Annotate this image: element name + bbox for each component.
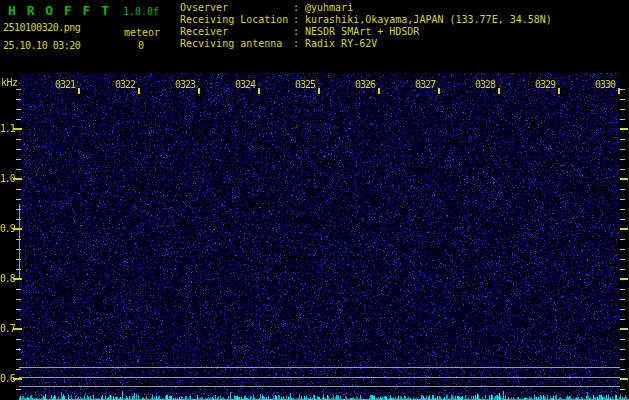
- y-minor-tick: [16, 359, 21, 360]
- x-tick: [198, 88, 200, 94]
- y-major-tick: [13, 228, 22, 230]
- y-minor-tick: [16, 259, 21, 260]
- y-major-tick: [13, 328, 22, 330]
- y-minor-tick: [620, 389, 625, 390]
- carrier-line: [19, 377, 620, 378]
- y-minor-tick: [620, 89, 625, 90]
- y-minor-tick: [16, 159, 21, 160]
- y-minor-tick: [16, 289, 21, 290]
- y-minor-tick: [16, 249, 21, 250]
- x-tick: [78, 88, 80, 94]
- y-minor-tick: [620, 349, 625, 350]
- y-major-tick: [620, 278, 628, 280]
- x-tick: [318, 88, 320, 94]
- y-minor-tick: [16, 119, 21, 120]
- y-minor-tick: [16, 169, 21, 170]
- y-minor-tick: [620, 249, 625, 250]
- info-row: Receiving Location:kurashiki,Okayama,JAP…: [180, 14, 552, 26]
- carrier-line: [19, 386, 620, 387]
- y-minor-tick: [620, 289, 625, 290]
- y-minor-tick: [16, 309, 21, 310]
- y-minor-tick: [620, 199, 625, 200]
- info-row: Ovserver:@yuhmari: [180, 2, 552, 14]
- app-title: H R O F F T: [8, 3, 111, 18]
- echo-count: 0: [138, 40, 144, 51]
- y-axis-unit-label: kHz: [1, 77, 18, 88]
- y-minor-tick: [620, 149, 625, 150]
- y-minor-tick: [16, 199, 21, 200]
- frame-timestamp: 25.10.10 03:20: [3, 40, 80, 51]
- x-tick: [498, 88, 500, 94]
- info-row: Recviving antenna:Radix RY-62V: [180, 38, 552, 50]
- info-row: Receiver:NESDR SMArt + HDSDR: [180, 26, 552, 38]
- y-major-tick: [620, 178, 628, 180]
- y-major-tick: [13, 128, 22, 130]
- y-minor-tick: [16, 89, 21, 90]
- x-tick: [138, 88, 140, 94]
- info-value: NESDR SMArt + HDSDR: [305, 26, 419, 38]
- info-label: Receiver: [180, 26, 293, 38]
- info-separator: :: [293, 2, 305, 14]
- y-minor-tick: [16, 349, 21, 350]
- info-value: Radix RY-62V: [305, 38, 377, 50]
- y-major-tick: [13, 178, 22, 180]
- x-tick-label: 0330: [595, 79, 615, 91]
- x-tick-label: 0329: [535, 79, 555, 91]
- y-minor-tick: [620, 299, 625, 300]
- y-minor-tick: [620, 109, 625, 110]
- y-minor-tick: [620, 189, 625, 190]
- y-minor-tick: [620, 209, 625, 210]
- y-major-tick: [620, 328, 628, 330]
- carrier-line: [19, 367, 620, 368]
- y-minor-tick: [16, 299, 21, 300]
- y-minor-tick: [620, 239, 625, 240]
- info-separator: :: [293, 26, 305, 38]
- info-separator: :: [293, 14, 305, 26]
- x-tick: [558, 88, 560, 94]
- y-major-tick: [620, 378, 628, 380]
- y-minor-tick: [16, 219, 21, 220]
- y-minor-tick: [16, 99, 21, 100]
- y-minor-tick: [620, 359, 625, 360]
- info-value: @yuhmari: [305, 2, 353, 14]
- y-minor-tick: [16, 139, 21, 140]
- x-tick-label: 0324: [235, 79, 255, 91]
- hrofft-screen: H R O F F T 1.0.0f 2510100320.png meteor…: [0, 0, 629, 400]
- x-tick-label: 0321: [55, 79, 75, 91]
- x-tick: [378, 88, 380, 94]
- left-edge-band-marker: [19, 204, 20, 279]
- x-tick-label: 0326: [355, 79, 375, 91]
- y-minor-tick: [16, 319, 21, 320]
- y-major-tick: [13, 278, 22, 280]
- y-major-tick: [620, 128, 628, 130]
- info-label: Ovserver: [180, 2, 293, 14]
- y-minor-tick: [620, 169, 625, 170]
- y-minor-tick: [620, 309, 625, 310]
- y-minor-tick: [16, 239, 21, 240]
- x-tick-label: 0328: [475, 79, 495, 91]
- y-minor-tick: [620, 369, 625, 370]
- app-version: 1.0.0f: [123, 6, 159, 17]
- y-minor-tick: [16, 339, 21, 340]
- spectrogram-canvas: [19, 73, 629, 400]
- y-minor-tick: [16, 389, 21, 390]
- y-minor-tick: [620, 119, 625, 120]
- y-minor-tick: [620, 339, 625, 340]
- y-minor-tick: [620, 159, 625, 160]
- x-tick-label: 0325: [295, 79, 315, 91]
- y-minor-tick: [16, 369, 21, 370]
- info-value: kurashiki,Okayama,JAPAN (133.77E, 34.58N…: [305, 14, 552, 26]
- info-label: Recviving antenna: [180, 38, 293, 50]
- y-minor-tick: [16, 269, 21, 270]
- mode-label: meteor: [124, 27, 160, 38]
- x-tick: [618, 88, 620, 94]
- y-minor-tick: [16, 189, 21, 190]
- x-tick-label: 0323: [175, 79, 195, 91]
- y-minor-tick: [620, 269, 625, 270]
- y-major-tick: [13, 378, 22, 380]
- y-minor-tick: [620, 139, 625, 140]
- info-label: Receiving Location: [180, 14, 293, 26]
- info-separator: :: [293, 38, 305, 50]
- x-tick-label: 0327: [415, 79, 435, 91]
- y-minor-tick: [16, 149, 21, 150]
